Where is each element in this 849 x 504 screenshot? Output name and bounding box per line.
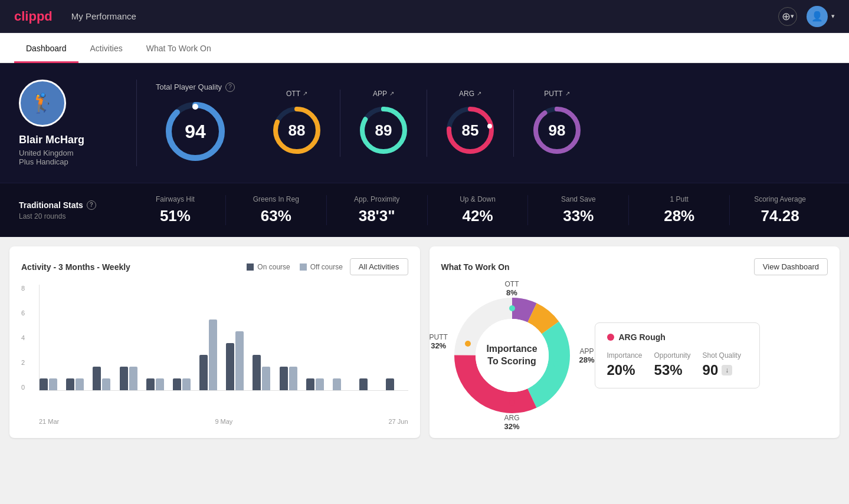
x-label-2: 9 May: [215, 418, 232, 425]
header-title: My Performance: [71, 11, 136, 21]
chart-legend: On course Off course: [247, 263, 343, 271]
bar-on-course: [199, 355, 208, 390]
player-info: 🏌️ Blair McHarg United Kingdom Plus Hand…: [19, 80, 137, 166]
all-activities-button[interactable]: All Activities: [350, 258, 408, 275]
work-on-header: What To Work On View Dashboard: [441, 258, 828, 275]
tab-what-to-work-on[interactable]: What To Work On: [135, 33, 223, 63]
bar-group: [120, 367, 142, 390]
shot-quality-metric: Shot Quality 90 ↓: [703, 351, 741, 378]
player-name: Blair McHarg: [19, 134, 84, 146]
importance-value: 20%: [607, 362, 643, 378]
bar-on-course: [66, 378, 74, 390]
sub-scores: OTT ↗ 88 APP ↗: [254, 90, 600, 157]
total-quality-value: 94: [185, 120, 206, 142]
svg-point-20: [509, 305, 515, 311]
stat-scoring-name: Scoring Average: [754, 195, 806, 203]
trad-label: Traditional Stats ? Last 20 rounds: [19, 200, 125, 220]
bar-off-course: [129, 367, 137, 390]
bar-group: [173, 378, 195, 390]
work-on-content: ImportanceTo Scoring OTT 8% APP 28% ARG: [441, 285, 828, 426]
bar-group: [333, 378, 355, 390]
bar-on-course: [226, 343, 234, 390]
avatar[interactable]: 👤: [807, 6, 828, 27]
y-axis: 8 6 4 2 0: [21, 285, 25, 391]
logo: clippd: [14, 9, 53, 24]
ott-label: OTT ↗: [286, 90, 307, 98]
legend-on-course: On course: [247, 263, 290, 271]
putt-label: PUTT ↗: [544, 90, 569, 98]
bar-on-course: [40, 378, 48, 390]
bar-group: [386, 378, 408, 390]
bar-group: [253, 355, 274, 390]
stat-fairways-hit: Fairways Hit 51%: [125, 195, 226, 225]
shot-quality-badge: ↓: [722, 365, 732, 375]
chart-area: 8 6 4 2 0: [21, 285, 408, 414]
bar-on-course: [280, 367, 288, 390]
bar-group: [226, 331, 248, 390]
tab-dashboard[interactable]: Dashboard: [14, 33, 78, 63]
plus-circle-icon: ⊕: [782, 10, 791, 23]
svg-point-2: [192, 104, 198, 110]
app-trend-icon: ↗: [389, 90, 394, 97]
bar-group: [93, 367, 114, 390]
stat-proximity-val: 38'3": [359, 207, 395, 225]
legend-off-course-label: Off course: [310, 263, 343, 271]
bar-on-course: [173, 378, 181, 390]
score-cards: Total Player Quality ? 94 OTT ↗: [137, 83, 830, 164]
tpq-info-icon[interactable]: ?: [225, 83, 235, 92]
stat-greens: Greens In Reg 63%: [226, 195, 327, 225]
x-label-3: 27 Jun: [388, 418, 408, 425]
bar-off-course: [76, 378, 84, 390]
app-donut-label: APP 28%: [579, 347, 594, 364]
stat-proximity-name: App. Proximity: [354, 195, 399, 203]
putt-trend-icon: ↗: [565, 90, 570, 97]
bar-off-course: [289, 367, 297, 390]
ott-value: 88: [289, 121, 306, 139]
sub-score-putt: PUTT ↗ 98: [514, 90, 600, 157]
work-on-card: What To Work On View Dashboard: [430, 246, 840, 438]
header-right: ⊕ ▾ 👤 ▾: [778, 6, 835, 27]
tab-activities[interactable]: Activities: [78, 33, 135, 63]
total-quality: Total Player Quality ? 94: [156, 83, 235, 164]
arg-donut-label: ARG 32%: [504, 414, 519, 431]
work-on-title: What To Work On: [441, 262, 754, 272]
svg-point-10: [487, 124, 492, 129]
putt-value: 98: [549, 121, 566, 139]
importance-label: Importance: [607, 351, 643, 360]
bar-group: [280, 367, 301, 390]
bar-on-course: [359, 378, 368, 390]
bar-group: [146, 378, 168, 390]
bar-off-course: [262, 367, 270, 390]
svg-point-22: [509, 400, 515, 406]
donut-chart: ImportanceTo Scoring OTT 8% APP 28% ARG: [441, 285, 583, 426]
add-button[interactable]: ⊕ ▾: [778, 7, 797, 26]
trad-info-icon[interactable]: ?: [87, 200, 96, 210]
player-handicap: Plus Handicap: [19, 157, 68, 166]
arg-rough-metrics: Importance 20% Opportunity 53% Shot Qual…: [607, 351, 748, 378]
arg-value: 85: [462, 121, 479, 139]
bar-on-course: [146, 378, 155, 390]
bar-on-course: [306, 378, 314, 390]
stat-sand-val: 33%: [563, 207, 594, 225]
app-ring: 89: [357, 104, 410, 157]
svg-point-13: [555, 107, 559, 111]
shot-quality-label: Shot Quality: [703, 351, 741, 360]
donut-center-text: ImportanceTo Scoring: [486, 343, 537, 368]
user-menu[interactable]: 👤 ▾: [807, 6, 835, 27]
stat-fairways-val: 51%: [160, 207, 191, 225]
arg-ring: 85: [444, 104, 497, 157]
opportunity-label: Opportunity: [654, 351, 691, 360]
sub-score-app: APP ↗ 89: [340, 90, 427, 157]
ott-trend-icon: ↗: [303, 90, 307, 97]
bar-group: [199, 319, 221, 390]
player-avatar-icon: 🏌️: [31, 92, 54, 114]
x-labels: 21 Mar 9 May 27 Jun: [21, 418, 408, 425]
bar-group: [359, 378, 381, 390]
putt-ring: 98: [530, 104, 584, 157]
donut-section: ImportanceTo Scoring OTT 8% APP 28% ARG: [441, 285, 583, 426]
avatar-icon: 👤: [811, 11, 823, 22]
activity-chart-title: Activity - 3 Months - Weekly: [21, 262, 247, 272]
opportunity-value: 53%: [654, 362, 691, 378]
legend-on-course-label: On course: [257, 263, 290, 271]
view-dashboard-button[interactable]: View Dashboard: [754, 258, 828, 275]
